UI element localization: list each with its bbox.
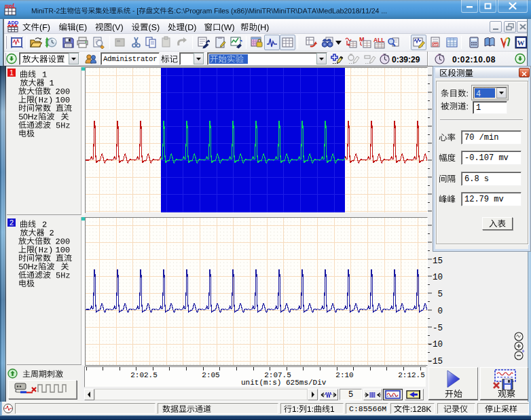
svg-text:W: W xyxy=(517,39,525,47)
